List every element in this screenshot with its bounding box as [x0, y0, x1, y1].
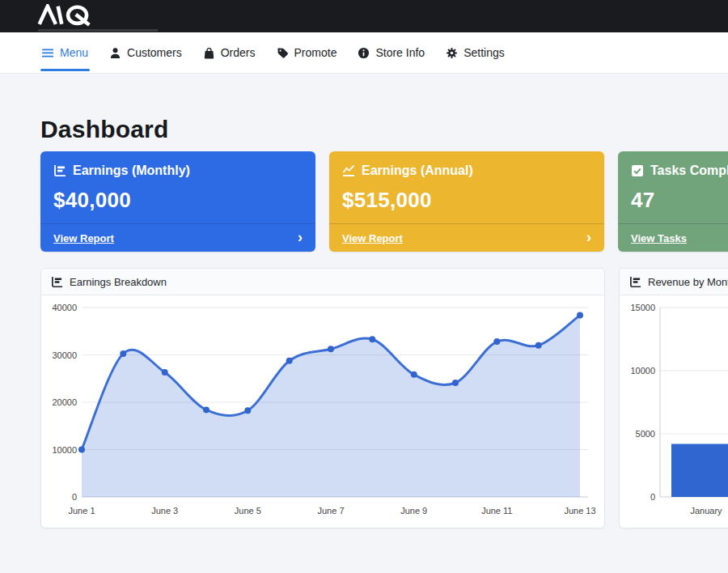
stat-card-tasks-completed: Tasks Completed 47 View Tasks ›	[618, 151, 728, 252]
revenue-by-month-chart: 050001000015000January	[620, 295, 728, 528]
chevron-right-icon: ›	[298, 230, 303, 244]
gear-icon	[446, 47, 458, 59]
page: Menu Customers Orders Promote	[0, 0, 728, 573]
page-title: Dashboard	[40, 74, 728, 143]
check-square-icon	[631, 164, 644, 177]
stat-card-title: Tasks Completed	[650, 163, 728, 178]
svg-text:June 9: June 9	[400, 506, 427, 516]
svg-text:June 7: June 7	[317, 506, 344, 516]
stat-card-body: Earnings (Monthly) $40,000	[40, 151, 315, 223]
svg-text:30000: 30000	[52, 350, 77, 360]
brand-logo[interactable]	[36, 4, 111, 28]
stat-card-body: Earnings (Annual) $515,000	[329, 151, 604, 223]
svg-text:15000: 15000	[630, 303, 655, 312]
svg-text:0: 0	[650, 492, 655, 502]
info-icon	[358, 47, 370, 59]
stat-card-earnings-annual: Earnings (Annual) $515,000 View Report ›	[329, 151, 604, 252]
earnings-breakdown-chart: 010000200003000040000June 1June 3June 5J…	[41, 295, 604, 528]
person-icon	[109, 47, 121, 59]
main-content: Dashboard Earnings (Monthly) $40,000	[0, 74, 728, 528]
stat-card-footer: View Report ›	[40, 223, 315, 252]
nav-item-menu[interactable]: Menu	[42, 32, 88, 73]
view-report-link[interactable]: View Report	[342, 232, 403, 244]
stat-card-title-row: Earnings (Annual)	[342, 163, 591, 178]
line-chart-icon	[342, 164, 355, 177]
charts-row: Earnings Breakdown 010000200003000040000…	[40, 268, 728, 528]
nav-item-label: Menu	[60, 46, 88, 59]
svg-text:40000: 40000	[52, 303, 77, 312]
revenue-by-month-card: Revenue by Month 050001000015000January	[619, 268, 728, 528]
chart-title: Earnings Breakdown	[70, 276, 167, 288]
chart-title: Revenue by Month	[648, 276, 728, 288]
bag-icon	[203, 47, 215, 59]
stat-card-value: 47	[631, 188, 728, 213]
logo-underline	[38, 29, 158, 32]
stat-card-body: Tasks Completed 47	[618, 151, 728, 223]
view-report-link[interactable]: View Report	[53, 232, 114, 244]
hamburger-icon	[42, 47, 54, 59]
stat-card-title-row: Earnings (Monthly)	[53, 163, 303, 178]
topbar	[0, 0, 728, 32]
brand-logo-icon	[36, 4, 111, 27]
chart-card-header: Revenue by Month	[620, 269, 728, 295]
stat-card-value: $515,000	[342, 188, 591, 213]
bar-chart-icon	[629, 276, 641, 288]
view-tasks-link[interactable]: View Tasks	[631, 232, 687, 244]
svg-text:0: 0	[72, 492, 77, 502]
nav-item-label: Settings	[463, 46, 505, 59]
stat-card-value: $40,000	[53, 188, 303, 213]
navbar: Menu Customers Orders Promote	[0, 32, 728, 74]
stat-cards-row: Earnings (Monthly) $40,000 View Report ›	[40, 151, 728, 252]
svg-text:10000: 10000	[630, 366, 655, 376]
nav-item-store-info[interactable]: Store Info	[358, 32, 425, 73]
chevron-right-icon: ›	[586, 230, 591, 244]
svg-text:June 1: June 1	[68, 506, 95, 516]
stat-card-title-row: Tasks Completed	[631, 163, 728, 178]
tag-icon	[277, 47, 289, 59]
svg-text:10000: 10000	[52, 445, 77, 455]
earnings-breakdown-card: Earnings Breakdown 010000200003000040000…	[40, 268, 605, 528]
stat-card-title: Earnings (Monthly)	[73, 163, 190, 178]
chart-card-header: Earnings Breakdown	[41, 269, 604, 295]
nav-item-promote[interactable]: Promote	[277, 32, 337, 73]
nav-item-label: Store Info	[375, 46, 425, 59]
nav-item-orders[interactable]: Orders	[203, 32, 256, 73]
nav-item-label: Customers	[127, 46, 182, 59]
stat-card-title: Earnings (Annual)	[362, 163, 473, 178]
svg-text:June 13: June 13	[564, 506, 595, 516]
svg-text:20000: 20000	[52, 397, 77, 407]
nav-item-label: Promote	[294, 46, 337, 59]
nav-item-label: Orders	[221, 46, 256, 59]
svg-text:5000: 5000	[636, 429, 655, 439]
stat-card-earnings-monthly: Earnings (Monthly) $40,000 View Report ›	[40, 151, 315, 252]
bar-chart-icon	[53, 164, 66, 177]
svg-text:June 3: June 3	[151, 506, 178, 516]
svg-text:June 11: June 11	[481, 506, 512, 516]
stat-card-footer: View Report ›	[329, 223, 604, 252]
nav-item-settings[interactable]: Settings	[446, 32, 505, 73]
nav-item-customers[interactable]: Customers	[109, 32, 182, 73]
svg-text:June 5: June 5	[235, 506, 261, 516]
bar-chart-icon	[51, 276, 63, 288]
svg-text:January: January	[690, 506, 722, 516]
stat-card-footer: View Tasks ›	[618, 223, 728, 252]
